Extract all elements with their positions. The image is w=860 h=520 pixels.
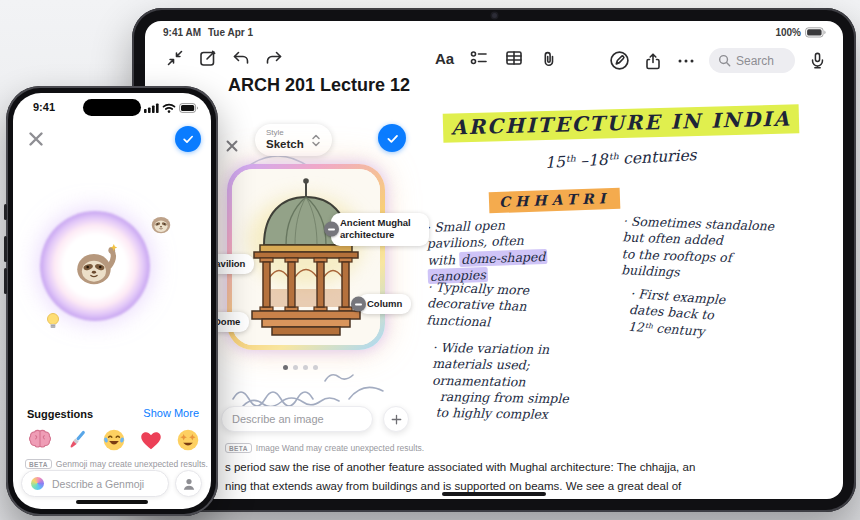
text-format-button[interactable]: Aa (435, 50, 454, 67)
remove-tag-button[interactable] (324, 222, 339, 237)
collapse-note-button[interactable] (165, 48, 185, 68)
lightbulb-emoji-thumbnail (43, 311, 63, 331)
checklist-button[interactable] (469, 48, 489, 68)
describe-genmoji-input[interactable] (50, 477, 159, 491)
image-wand-beta-notice: BETA Image Wand may create unexpected re… (225, 443, 424, 453)
mughal-chhatri-illustration (232, 169, 380, 345)
star-struck-emoji-suggestion[interactable] (175, 427, 201, 453)
undo-icon (231, 48, 251, 68)
minus-icon (355, 303, 362, 305)
table-button[interactable] (504, 48, 524, 68)
microphone-icon (808, 51, 827, 70)
tag-label: Ancient Mughal architecture (340, 217, 411, 240)
volume-up-button (4, 236, 7, 262)
people-option-button[interactable] (175, 470, 202, 497)
close-image-wand-button[interactable] (222, 136, 242, 156)
style-selector-text: Style Sketch (266, 129, 304, 150)
style-value: Sketch (266, 138, 304, 151)
chevron-up-down-icon (311, 133, 321, 148)
style-selector[interactable]: Style Sketch (255, 124, 332, 156)
highlighted-heading-text: ARCHITECTURE IN INDIA (443, 104, 800, 142)
new-note-button[interactable] (198, 48, 218, 68)
close-icon (222, 136, 242, 156)
battery-icon (805, 27, 827, 38)
bullet-sometimes-standalone: · Sometimes standalone but often added t… (621, 213, 774, 283)
image-variant-dots[interactable] (283, 365, 318, 370)
sloth-waving-genmoji[interactable] (72, 243, 118, 289)
add-to-image-button[interactable] (383, 406, 409, 432)
redo-button[interactable] (264, 48, 284, 68)
accept-image-button[interactable] (378, 124, 406, 152)
describe-genmoji-field[interactable] (21, 470, 169, 497)
share-icon (643, 51, 663, 71)
ipad-status-date: Tue Apr 1 (208, 27, 253, 38)
toolbar-format-group: Aa (435, 48, 559, 68)
purple-highlight-text: dome-shaped (459, 248, 548, 266)
marketing-background: 9:41 AM Tue Apr 1 100% (0, 0, 860, 520)
markup-button[interactable] (609, 50, 630, 71)
ipad-status-bar: 9:41 AM Tue Apr 1 (163, 27, 253, 38)
describe-image-input[interactable] (222, 407, 372, 431)
highlighted-section-text: CHHATRI (489, 188, 621, 214)
ipad-status-time: 9:41 AM (163, 27, 201, 38)
table-icon (504, 48, 524, 68)
toolbar-left-group (165, 48, 284, 68)
undo-button[interactable] (231, 48, 251, 68)
note-line: ornamentation (432, 372, 569, 391)
bullet-small-open-pavilions: · Small open pavilions, often with dome-… (426, 216, 548, 285)
tag-label: Column (367, 298, 402, 309)
iphone-device: 9:41 (6, 86, 218, 516)
dot (303, 365, 308, 370)
handwritten-subheading: 15ᵗʰ –18ᵗʰ centuries (545, 145, 698, 173)
cellular-signal-icon (144, 103, 159, 113)
bullet-first-example: · First example dates back to 12ᵗʰ centu… (627, 286, 725, 341)
body-line: s period saw the rise of another feature… (225, 458, 803, 477)
generated-image (232, 169, 380, 345)
remove-tag-button[interactable] (351, 297, 366, 312)
red-heart-emoji-suggestion[interactable] (138, 427, 164, 453)
dynamic-island (83, 99, 141, 116)
toolbar-right-group: Search (609, 48, 827, 73)
iphone-home-indicator[interactable] (76, 500, 148, 504)
show-more-button[interactable]: Show More (143, 407, 199, 419)
iphone-status-icons (144, 103, 199, 113)
tag-column[interactable]: Column (358, 294, 411, 314)
more-options-button[interactable] (676, 51, 696, 71)
redo-icon (264, 48, 284, 68)
style-label: Style (266, 129, 284, 138)
ellipsis-icon (676, 51, 696, 71)
share-button[interactable] (643, 51, 663, 71)
paperclip-icon (539, 48, 559, 68)
battery-icon (179, 103, 199, 113)
person-icon (182, 477, 196, 491)
dot-active (283, 365, 288, 370)
dot (293, 365, 298, 370)
image-playground-icon (31, 477, 44, 490)
brain-emoji-suggestion[interactable] (27, 427, 53, 453)
search-field[interactable]: Search (709, 48, 795, 73)
genmoji-screen: 9:41 (13, 93, 211, 509)
ipad-home-indicator[interactable] (442, 492, 546, 496)
close-icon (25, 128, 47, 150)
beta-text: Genmoji may create unexpected results. (56, 459, 208, 469)
note-body-text: s period saw the rise of another feature… (225, 458, 803, 495)
battery-percent: 100% (775, 27, 801, 38)
accept-genmoji-button[interactable] (175, 126, 201, 152)
paintbrush-emoji-suggestion[interactable] (64, 427, 90, 453)
handwritten-heading: ARCHITECTURE IN INDIA (443, 106, 799, 139)
dictation-button[interactable] (808, 51, 827, 70)
handwritten-section-title: CHHATRI (489, 189, 621, 212)
close-genmoji-button[interactable] (25, 128, 47, 150)
laughing-crying-emoji-suggestion[interactable] (101, 427, 127, 453)
describe-image-field[interactable] (221, 406, 373, 432)
plus-icon (390, 413, 403, 426)
tag-ancient-mughal-architecture[interactable]: Ancient Mughal architecture (331, 213, 429, 246)
beta-badge: BETA (25, 459, 52, 469)
ipad-front-camera (492, 13, 497, 18)
attachment-button[interactable] (539, 48, 559, 68)
minus-icon (328, 228, 335, 230)
suggestions-label: Suggestions (27, 408, 93, 420)
search-icon (718, 54, 731, 67)
ipad-battery-indicator: 100% (775, 27, 827, 38)
beta-badge: BETA (225, 443, 252, 453)
